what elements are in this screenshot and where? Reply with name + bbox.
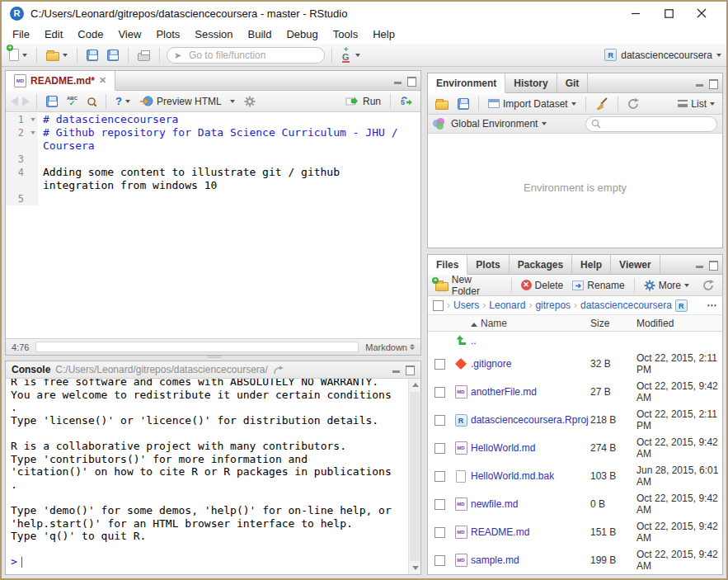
file-checkbox[interactable] — [434, 499, 445, 510]
file-link[interactable]: HelloWorld.md.bak — [471, 470, 590, 482]
load-workspace-button[interactable] — [433, 96, 451, 111]
close-window-button[interactable] — [685, 3, 718, 23]
file-checkbox[interactable] — [434, 415, 445, 426]
column-header-name[interactable]: Name — [471, 318, 590, 329]
menu-build[interactable]: Build — [241, 26, 279, 43]
file-row-up[interactable]: .. — [428, 332, 722, 350]
file-checkbox[interactable] — [434, 471, 445, 482]
save-source-button[interactable] — [44, 94, 60, 109]
rename-button[interactable]: ➜ Rename — [570, 278, 627, 293]
menu-view[interactable]: View — [110, 26, 148, 43]
rerun-button[interactable]: 5 — [397, 94, 416, 109]
file-row[interactable]: MD HelloWorld.md 274 B Oct 22, 2015, 9:4… — [428, 434, 722, 462]
file-row[interactable]: MD README.md 151 B Oct 22, 2015, 9:42 AM — [428, 518, 722, 546]
tab-plots[interactable]: Plots — [467, 255, 509, 274]
file-row[interactable]: R datasciencecoursera.Rproj 218 B Oct 22… — [428, 406, 722, 434]
scrollbar-thumb[interactable] — [410, 392, 420, 561]
scroll-down-icon[interactable] — [409, 562, 420, 574]
file-link[interactable]: sample.md — [471, 554, 590, 566]
open-file-button[interactable] — [44, 47, 70, 63]
console-scrollbar[interactable] — [408, 379, 420, 574]
minimize-pane-icon[interactable] — [695, 261, 705, 269]
file-link[interactable]: README.md — [471, 526, 590, 538]
file-row[interactable]: MD newfile.md 0 B Oct 22, 2015, 9:42 AM — [428, 490, 722, 518]
file-link[interactable]: datasciencecoursera.Rproj — [471, 414, 590, 426]
file-link[interactable]: anotherFile.md — [471, 386, 590, 398]
tab-git[interactable]: Git — [557, 73, 589, 92]
console-output[interactable]: R is free software and comes with ABSOLU… — [6, 379, 420, 574]
environment-search-input[interactable] — [585, 116, 717, 132]
menu-session[interactable]: Session — [187, 26, 240, 43]
tab-help[interactable]: Help — [572, 255, 611, 274]
list-view-button[interactable]: List — [675, 97, 717, 111]
tab-readme-md[interactable]: MD README.md* ✕ — [6, 71, 115, 91]
save-all-button[interactable] — [105, 48, 121, 63]
file-link[interactable]: HelloWorld.md — [471, 442, 590, 454]
breadcrumb-users[interactable]: Users — [453, 299, 479, 311]
select-all-checkbox[interactable] — [433, 300, 444, 311]
maximize-pane-icon[interactable] — [708, 79, 718, 87]
minimize-pane-icon[interactable] — [393, 77, 403, 85]
scroll-up-icon[interactable] — [409, 379, 420, 391]
new-file-button[interactable]: + — [7, 47, 30, 63]
print-button[interactable] — [135, 48, 153, 63]
more-button[interactable]: More — [641, 278, 692, 293]
code-editor[interactable]: 1 # datasciencecoursera 2 # Github repos… — [6, 112, 420, 338]
file-checkbox[interactable] — [434, 555, 445, 566]
new-folder-button[interactable]: + New Folder — [433, 272, 505, 299]
environment-scope-selector[interactable]: Global Environment — [451, 118, 547, 130]
file-type-selector[interactable]: Markdown — [365, 342, 415, 352]
menu-file[interactable]: File — [5, 26, 37, 43]
find-replace-button[interactable] — [84, 95, 99, 108]
breadcrumb-gitrepos[interactable]: gitrepos — [535, 299, 571, 311]
column-header-modified[interactable]: Modified — [636, 318, 722, 329]
more-path-button[interactable]: ⋯ — [707, 299, 717, 311]
maximize-pane-icon[interactable] — [406, 77, 416, 85]
import-dataset-button[interactable]: Import Dataset — [486, 97, 579, 111]
maximize-window-button[interactable] — [652, 3, 685, 23]
goto-file-input[interactable] — [167, 47, 325, 64]
preview-html-button[interactable]: Preview HTML — [137, 93, 237, 109]
environment-search[interactable] — [585, 116, 717, 132]
refresh-files-button[interactable] — [700, 278, 717, 293]
file-checkbox[interactable] — [434, 359, 445, 370]
file-checkbox[interactable] — [434, 527, 445, 538]
goto-file-search[interactable]: ➤ — [167, 47, 325, 64]
tab-packages[interactable]: Packages — [510, 255, 572, 274]
delete-button[interactable]: ✕ Delete — [519, 278, 566, 293]
file-row[interactable]: .gitignore 32 B Oct 22, 2015, 2:11 PM — [428, 350, 722, 378]
refresh-environment-button[interactable] — [625, 97, 642, 111]
back-arrow-icon[interactable] — [11, 97, 18, 106]
tab-environment[interactable]: Environment — [428, 73, 505, 93]
menu-plots[interactable]: Plots — [148, 26, 187, 43]
save-button[interactable] — [84, 48, 101, 63]
menu-help[interactable]: Help — [365, 26, 402, 43]
version-control-button[interactable]: + G — [339, 47, 363, 64]
menu-debug[interactable]: Debug — [279, 26, 325, 43]
breadcrumb-leonard[interactable]: Leonard — [489, 299, 525, 311]
save-workspace-button[interactable] — [455, 97, 472, 111]
run-button[interactable]: Run — [343, 94, 383, 109]
file-checkbox[interactable] — [434, 443, 445, 454]
forward-arrow-icon[interactable] — [22, 97, 30, 106]
maximize-pane-icon[interactable] — [708, 261, 718, 269]
minimize-pane-icon[interactable] — [392, 365, 402, 374]
menu-edit[interactable]: Edit — [37, 26, 70, 43]
file-row[interactable]: MD anotherFile.md 27 B Oct 22, 2015, 9:4… — [428, 378, 722, 406]
spellcheck-button[interactable]: ABC✓ — [64, 94, 80, 108]
file-row[interactable]: HelloWorld.md.bak 103 B Jun 28, 2015, 6:… — [428, 462, 722, 490]
fold-toggle-icon[interactable] — [27, 126, 38, 139]
goto-directory-icon[interactable] — [273, 365, 285, 375]
breadcrumb-datasciencecoursera[interactable]: datasciencecoursera — [580, 299, 672, 311]
fold-toggle-icon[interactable] — [27, 113, 38, 126]
close-tab-icon[interactable]: ✕ — [99, 75, 106, 86]
maximize-pane-icon[interactable] — [405, 365, 415, 374]
file-link[interactable]: .gitignore — [471, 358, 590, 370]
help-dropdown-button[interactable]: ? — [113, 93, 133, 109]
tab-viewer[interactable]: Viewer — [611, 255, 660, 274]
menu-tools[interactable]: Tools — [326, 26, 365, 43]
file-checkbox[interactable] — [434, 387, 445, 398]
horizontal-splitter-handle[interactable] — [207, 356, 222, 358]
column-header-size[interactable]: Size — [590, 318, 636, 329]
menu-code[interactable]: Code — [70, 26, 110, 43]
